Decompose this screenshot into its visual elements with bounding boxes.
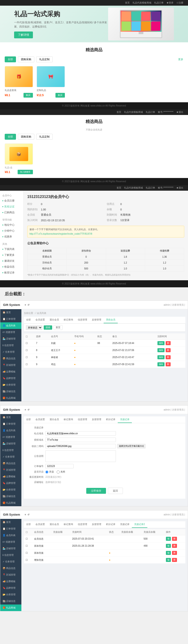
sidebar2-member[interactable]: 👤 会员列表 [0, 427, 22, 434]
edit3-0[interactable]: 编 [166, 537, 171, 541]
sidebar3-order[interactable]: 📋 订单管理 [0, 526, 22, 532]
nav-home[interactable]: 首页 [125, 1, 130, 4]
tab3-active[interactable]: 充值记录2 [132, 521, 147, 528]
sidebar-item-coupon[interactable]: 优惠券 [0, 234, 23, 240]
nav-register[interactable]: ☆注册 [176, 1, 183, 4]
sidebar3-info[interactable]: ℹ 信息管理 [0, 552, 22, 558]
sidebar3-goods[interactable]: 📦 商品信息 [0, 565, 22, 572]
sidebar-item-register[interactable]: 会员注册 [0, 198, 23, 204]
edit-btn-2[interactable]: 编辑 [158, 355, 164, 359]
sidebar-order-1[interactable]: 📋 订单管理 [0, 316, 22, 322]
sidebar3-freight[interactable]: 🚚 运费模板 [0, 578, 22, 585]
tab1-active[interactable]: 系统会员 [104, 317, 118, 323]
tab2-all[interactable]: 全部 [5, 134, 16, 140]
product-buy-button-2[interactable]: 购买 [56, 93, 65, 98]
sidebar-item-distribute[interactable]: 分销中心 [0, 228, 23, 234]
tab3-6[interactable]: 积分记录 [104, 521, 118, 528]
tab3-3[interactable]: 标记查询 [61, 521, 76, 528]
tab3-5[interactable]: 反馈管理 [90, 521, 104, 528]
del-btn-0[interactable]: 删 [166, 341, 170, 345]
tab1-1[interactable]: 会员设置 [33, 317, 47, 323]
admin-header-nav-item[interactable]: ≡ [25, 304, 26, 306]
sidebar2-area[interactable]: 📍 区域管理 [0, 467, 22, 473]
tab2-group[interactable]: 团购采购 [18, 134, 34, 140]
edit-btn-1[interactable]: 编辑 [158, 348, 164, 352]
sidebar-item-downline[interactable]: 下级列表 [0, 246, 23, 252]
tab2-active[interactable]: 充值记录 [118, 416, 132, 423]
tab2-6[interactable]: 积分记录 [104, 416, 118, 423]
admin-header-refresh[interactable]: ↺ [28, 304, 30, 306]
sidebar-info-1[interactable]: ℹ 信息管理 [0, 342, 22, 349]
edit-btn-3[interactable]: 编辑 [158, 362, 164, 366]
sidebar2-task[interactable]: ✓ 任务管理 [0, 454, 22, 460]
del3-1[interactable]: 删 [172, 544, 177, 548]
tab2-1[interactable]: 会员设置 [33, 416, 47, 423]
admin-header-nav-item-3[interactable]: ≡ [25, 513, 26, 516]
del-btn-2[interactable]: 删 [166, 355, 170, 359]
tab-group[interactable]: 团购采购 [18, 56, 34, 62]
nav-shop[interactable]: 礼品代发模板商城 [132, 1, 151, 4]
tab2-5[interactable]: 反馈管理 [90, 416, 104, 423]
sidebar-task-1[interactable]: ✓ 任务管理 [0, 349, 22, 355]
sidebar2-goods[interactable]: 📦 商品信息 [0, 460, 22, 467]
tab3-2[interactable]: 退出会员 [47, 521, 61, 528]
tab3-1[interactable]: 会员设置 [33, 521, 47, 528]
sidebar-storeinfo-1[interactable]: 🏬 店铺信息 [0, 388, 22, 395]
sidebar2-coupon[interactable]: 🏷 优惠管理 [0, 434, 22, 440]
sidebar-item-verify[interactable]: 实名认证 [0, 204, 23, 210]
form-submit-button[interactable]: 立即保存 [86, 488, 106, 494]
tab3-0[interactable]: 全部 [24, 521, 33, 528]
tab1-4[interactable]: 信息管理 [76, 317, 90, 323]
sidebar-area-1[interactable]: 📍 区域管理 [0, 362, 22, 368]
sidebar-category-1[interactable]: 📂 分类管理 [0, 382, 22, 388]
tab3-4[interactable]: 信息管理 [76, 521, 90, 528]
tab1-2[interactable]: 退出会员 [47, 317, 61, 323]
tab1-0[interactable]: 全部 [24, 317, 33, 323]
del-btn-3[interactable]: 删 [166, 362, 170, 366]
sidebar3-brand[interactable]: 🔖 品牌管理 [0, 585, 22, 591]
tab-all[interactable]: 全部 [5, 56, 16, 62]
sidebar-coupon-1[interactable]: 🏷 优惠管理 [0, 329, 22, 336]
sidebar-item-record[interactable]: 账变记录 [0, 270, 23, 276]
sidebar3-task[interactable]: ✓ 任务管理 [0, 558, 22, 565]
nav2-logout[interactable]: ★退出 [176, 110, 183, 114]
form-input-sitename[interactable] [45, 431, 116, 436]
nav2-shop[interactable]: 礼品代发模板商城 [124, 110, 143, 114]
tab3-7[interactable]: 充值记录 [118, 521, 132, 528]
del3-0[interactable]: 删 [172, 537, 177, 541]
form-input-orderno[interactable] [45, 464, 74, 468]
upload-button[interactable]: 选择文件(≤官方每日最大2) [117, 444, 146, 448]
sidebar2-shop[interactable]: 🏪 店铺管理 [0, 440, 22, 447]
nav-order[interactable]: 礼品订单 [154, 1, 164, 4]
tab1-3[interactable]: 标记查询 [61, 317, 76, 323]
sidebar3-member[interactable]: 👤 会员列表 [0, 532, 22, 539]
mnav-logout[interactable]: ★退出 [176, 186, 183, 190]
sidebar2-freight[interactable]: 🚚 运费模板 [0, 473, 22, 480]
tab2-0[interactable]: 全部 [24, 416, 33, 423]
radio-on[interactable]: 开启 [45, 470, 54, 474]
product-buy-button-1[interactable]: 购买 [24, 93, 33, 98]
nav2-home[interactable]: 首页 [116, 110, 121, 114]
invite-link[interactable]: http://77.e7s.top/bonezteam/register/inv… [30, 232, 92, 235]
sidebar3-area[interactable]: 📍 区域管理 [0, 572, 22, 578]
sidebar-item-invite[interactable]: 邀请好友 [0, 258, 23, 264]
admin-header-refresh-3[interactable]: ↺ [28, 513, 30, 516]
tab2-custom[interactable]: 礼品定制 [36, 134, 53, 140]
sidebar2-category[interactable]: 📂 分类管理 [0, 486, 22, 493]
tab1-5[interactable]: 反馈管理 [90, 317, 104, 323]
sidebar3-storeinfo[interactable]: 🏬 店铺信息 [0, 598, 22, 604]
tab2-3[interactable]: 标记查询 [61, 416, 76, 423]
sidebar-item-purchased[interactable]: 已购商品 [0, 210, 23, 215]
mnav-order[interactable]: 礼品订单 [146, 186, 155, 190]
del-btn-1[interactable]: 删 [166, 348, 170, 352]
mnav-shop[interactable]: 礼品代发模板商城 [124, 186, 143, 190]
sidebar3-category[interactable]: 📂 分类管理 [0, 591, 22, 598]
sidebar3-gift[interactable]: 🎁 礼品商城 [0, 604, 22, 611]
sidebar2-gift[interactable]: 🎁 礼品商城 [0, 500, 22, 506]
edit3-2[interactable]: 编 [166, 551, 171, 555]
tab2-4[interactable]: 信息管理 [76, 416, 90, 423]
tab-more[interactable]: 更多 [178, 58, 183, 61]
del3-3[interactable]: 删 [172, 558, 177, 562]
sidebar-shop-1[interactable]: 🏪 店铺管理 [0, 336, 22, 342]
sidebar-brand-1[interactable]: 🔖 品牌管理 [0, 375, 22, 382]
